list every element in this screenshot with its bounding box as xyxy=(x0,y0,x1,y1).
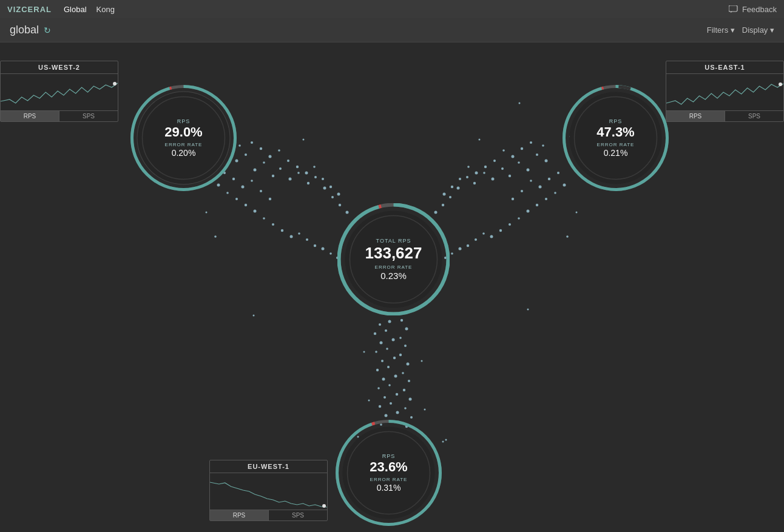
svg-point-147 xyxy=(404,407,407,409)
nav-link-kong[interactable]: Kong xyxy=(96,5,115,14)
node-center-err-value: 0.23% xyxy=(380,271,407,281)
svg-point-159 xyxy=(322,504,326,508)
svg-point-126 xyxy=(380,342,383,345)
svg-point-30 xyxy=(251,180,253,182)
node-east-rps-value: 47.3% xyxy=(596,125,634,140)
svg-point-21 xyxy=(296,166,299,168)
svg-point-88 xyxy=(545,198,547,200)
svg-point-36 xyxy=(245,204,247,206)
node-center-content: TOTAL RPS 133,627 ERROR RATE 0.23% xyxy=(365,203,422,315)
svg-point-127 xyxy=(375,351,377,353)
node-west-rps-value: 29.0% xyxy=(164,125,202,140)
node-eu-err-value: 0.31% xyxy=(377,483,401,493)
svg-point-8 xyxy=(297,172,300,174)
svg-point-72 xyxy=(502,149,505,152)
svg-point-12 xyxy=(331,196,334,198)
svg-point-92 xyxy=(509,223,511,226)
svg-point-38 xyxy=(263,217,265,220)
tab-west-rps[interactable]: RPS xyxy=(1,111,59,121)
svg-point-137 xyxy=(400,319,403,322)
svg-point-6 xyxy=(279,167,282,170)
svg-point-83 xyxy=(530,180,532,182)
svg-point-35 xyxy=(235,198,238,200)
svg-point-152 xyxy=(421,360,423,362)
svg-point-17 xyxy=(260,147,262,150)
svg-point-62 xyxy=(473,182,476,184)
svg-point-154 xyxy=(424,409,426,411)
svg-point-97 xyxy=(467,244,469,247)
node-eu-rps-value: 23.6% xyxy=(370,460,407,474)
svg-point-57 xyxy=(518,161,520,164)
tab-eu-rps[interactable]: RPS xyxy=(210,510,269,520)
feedback-button[interactable]: Feedback xyxy=(729,5,777,14)
svg-point-82 xyxy=(539,186,542,189)
svg-point-93 xyxy=(499,229,502,232)
svg-point-116 xyxy=(388,384,391,386)
svg-point-15 xyxy=(238,144,241,147)
svg-point-19 xyxy=(278,149,280,152)
node-us-east-1[interactable]: RPS 47.3% ERROR RATE 0.21% xyxy=(563,85,669,191)
filters-button[interactable]: Filters ▾ xyxy=(707,25,735,35)
tab-east-sps[interactable]: SPS xyxy=(725,111,783,121)
svg-point-55 xyxy=(536,153,538,156)
display-button[interactable]: Display ▾ xyxy=(742,25,774,35)
tab-eu-sps[interactable]: SPS xyxy=(269,510,327,520)
svg-point-139 xyxy=(399,337,402,339)
svg-point-117 xyxy=(396,393,398,396)
panel-us-west-2: US-WEST-2 RPS SPS xyxy=(0,61,118,122)
toolbar-right: Filters ▾ Display ▾ xyxy=(707,25,774,35)
svg-point-39 xyxy=(272,223,274,226)
svg-point-89 xyxy=(536,204,538,206)
subtitle-bar: global ↻ Filters ▾ Display ▾ xyxy=(0,18,784,42)
node-eu-rps-label: RPS xyxy=(382,453,396,459)
svg-point-158 xyxy=(779,82,782,86)
node-eu-err-label: ERROR RATE xyxy=(370,477,408,482)
svg-point-64 xyxy=(457,187,460,190)
svg-point-69 xyxy=(530,141,532,144)
svg-point-118 xyxy=(390,402,392,405)
panel-east-tabs: RPS SPS xyxy=(666,110,783,121)
svg-point-106 xyxy=(566,235,569,238)
svg-point-151 xyxy=(363,351,365,353)
svg-point-146 xyxy=(409,398,412,401)
svg-point-96 xyxy=(475,238,477,241)
node-center[interactable]: TOTAL RPS 133,627 ERROR RATE 0.23% xyxy=(337,203,450,315)
node-eu-west-1[interactable]: RPS 23.6% ERROR RATE 0.31% xyxy=(336,420,442,526)
svg-point-111 xyxy=(392,338,395,342)
svg-point-63 xyxy=(466,176,468,178)
node-west-err-value: 0.20% xyxy=(172,148,196,158)
page-title: global xyxy=(10,24,39,36)
node-center-rps-label: TOTAL RPS xyxy=(376,238,411,244)
svg-point-133 xyxy=(379,405,381,408)
svg-point-153 xyxy=(368,400,370,402)
svg-point-145 xyxy=(403,389,405,391)
svg-point-34 xyxy=(226,192,229,194)
svg-point-99 xyxy=(451,252,453,255)
panel-west-title: US-WEST-2 xyxy=(1,61,118,74)
svg-point-26 xyxy=(337,193,340,196)
tab-west-sps[interactable]: SPS xyxy=(59,111,118,121)
nav-link-global[interactable]: Global xyxy=(64,5,87,14)
svg-point-31 xyxy=(260,190,262,192)
svg-point-124 xyxy=(379,323,381,326)
svg-point-155 xyxy=(442,441,444,443)
node-east-err-value: 0.21% xyxy=(604,148,628,158)
node-us-west-2[interactable]: RPS 29.0% ERROR RATE 0.20% xyxy=(130,85,237,191)
svg-point-16 xyxy=(251,141,253,144)
svg-point-10 xyxy=(314,176,317,178)
svg-point-29 xyxy=(242,186,245,189)
node-west-rps-label: RPS xyxy=(177,118,191,124)
tab-east-rps[interactable]: RPS xyxy=(666,111,725,121)
svg-point-131 xyxy=(377,387,380,389)
svg-point-87 xyxy=(554,192,556,194)
panel-eu-west-1: EU-WEST-1 RPS SPS xyxy=(209,460,328,521)
svg-point-40 xyxy=(281,229,283,232)
refresh-icon[interactable]: ↻ xyxy=(44,25,51,35)
svg-point-2 xyxy=(245,153,247,156)
panel-east-chart xyxy=(666,74,783,110)
svg-point-157 xyxy=(113,82,117,86)
svg-point-73 xyxy=(493,160,496,162)
svg-rect-0 xyxy=(729,5,737,12)
svg-point-18 xyxy=(269,155,272,158)
svg-point-90 xyxy=(527,210,530,213)
